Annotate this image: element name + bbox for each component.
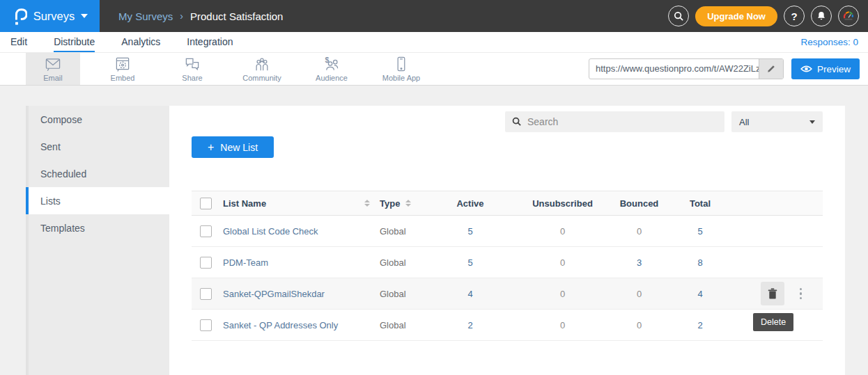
channel-share[interactable]: Share: [165, 53, 219, 85]
active-count[interactable]: 5: [421, 226, 519, 237]
table-header-row: List Name Type Active Unsubscribed Bounc…: [192, 191, 823, 216]
sidebar-item-templates[interactable]: Templates: [26, 214, 169, 241]
list-name-link[interactable]: Sanket-QPGmailShekdar: [223, 289, 325, 299]
column-header-bounced: Bounced: [606, 198, 672, 209]
row-more-menu[interactable]: [797, 285, 805, 303]
list-type: Global: [380, 289, 421, 299]
bounced-count: 0: [606, 320, 672, 330]
list-name-link[interactable]: Sanket - QP Addresses Only: [223, 320, 338, 330]
upgrade-now-button[interactable]: Upgrade Now: [695, 6, 777, 26]
dashboard-gauge-button[interactable]: [838, 6, 859, 26]
active-count[interactable]: 5: [421, 257, 519, 268]
channel-label: Audience: [316, 74, 348, 82]
pencil-icon: [766, 64, 776, 74]
list-filter-dropdown[interactable]: All: [731, 111, 823, 132]
active-count[interactable]: 4: [421, 289, 519, 299]
row-checkbox[interactable]: [200, 257, 212, 269]
surveys-product-switcher[interactable]: Surveys: [0, 0, 100, 32]
select-all-checkbox[interactable]: [200, 198, 212, 209]
list-name-link[interactable]: PDM-Team: [223, 257, 268, 268]
gauge-icon: [842, 10, 855, 22]
breadcrumb-survey-title: Product Satisfaction: [190, 10, 283, 22]
preview-button[interactable]: Preview: [791, 58, 860, 79]
column-header-total: Total: [672, 198, 728, 209]
unsubscribed-count: 0: [519, 320, 606, 330]
edit-url-button[interactable]: [759, 59, 783, 79]
responses-count[interactable]: Responses: 0: [800, 37, 858, 47]
channel-community[interactable]: Community: [235, 53, 289, 85]
main-area: Compose Sent Scheduled Lists Templates A…: [0, 86, 868, 375]
breadcrumb-my-surveys[interactable]: My Surveys: [118, 10, 173, 22]
table-row: Sanket-QPGmailShekdar Global 4 0 0 4: [192, 278, 823, 310]
survey-url-box: https://www.questionpro.com/t/AW22ZiLz6: [589, 58, 784, 79]
unsubscribed-count: 0: [519, 289, 606, 299]
row-checkbox[interactable]: [200, 319, 212, 331]
new-list-button[interactable]: + New List: [192, 136, 274, 158]
sort-type-icon[interactable]: [405, 200, 411, 207]
tab-distribute[interactable]: Distribute: [54, 32, 95, 52]
list-type: Global: [380, 226, 421, 237]
tab-integration[interactable]: Integration: [187, 32, 233, 52]
product-name: Surveys: [33, 10, 75, 23]
embed-icon: [114, 56, 132, 72]
total-count[interactable]: 8: [672, 257, 728, 268]
channel-mobile-app[interactable]: Mobile App: [374, 53, 428, 85]
distribute-channel-bar: Email Embed Share Community $: [0, 53, 868, 86]
bounced-count[interactable]: 3: [606, 257, 672, 268]
tab-edit[interactable]: Edit: [10, 32, 27, 52]
top-actions: Upgrade Now ?: [668, 6, 868, 26]
notifications-button[interactable]: [811, 6, 832, 26]
sidebar-item-scheduled[interactable]: Scheduled: [26, 160, 169, 187]
list-search-box: [505, 111, 724, 132]
lists-panel: All + New List List Name Type Active: [169, 106, 845, 375]
search-icon: [674, 11, 684, 22]
sidebar-item-compose[interactable]: Compose: [26, 106, 169, 133]
filter-selected-value: All: [739, 117, 749, 127]
channel-label: Email: [43, 74, 63, 82]
plus-icon: +: [208, 141, 214, 154]
question-mark-icon: ?: [791, 10, 797, 22]
channel-label: Mobile App: [382, 74, 420, 82]
channel-label: Community: [242, 74, 281, 82]
channel-email[interactable]: Email: [26, 53, 80, 85]
new-list-label: New List: [220, 142, 258, 153]
email-sidebar: Compose Sent Scheduled Lists Templates: [26, 106, 169, 375]
survey-url-value[interactable]: https://www.questionpro.com/t/AW22ZiLz6: [589, 59, 759, 79]
column-header-type: Type: [380, 198, 400, 209]
channel-embed[interactable]: Embed: [95, 53, 150, 85]
total-count[interactable]: 5: [672, 226, 728, 237]
tab-analytics[interactable]: Analytics: [121, 32, 160, 52]
sidebar-item-lists[interactable]: Lists: [26, 187, 169, 214]
list-type: Global: [380, 257, 421, 268]
sidebar-item-sent[interactable]: Sent: [26, 133, 169, 160]
bounced-count: 0: [606, 289, 672, 299]
row-checkbox[interactable]: [200, 225, 212, 237]
delete-tooltip: Delete: [753, 313, 793, 331]
help-button[interactable]: ?: [784, 6, 805, 26]
list-type: Global: [380, 320, 421, 330]
filter-row: All: [192, 111, 823, 132]
app-header: Surveys My Surveys › Product Satisfactio…: [0, 0, 868, 32]
email-icon: [44, 56, 62, 72]
list-name-link[interactable]: Global List Code Check: [223, 226, 318, 237]
share-icon: [183, 56, 201, 72]
search-icon: [512, 117, 522, 127]
survey-tab-bar: Edit Distribute Analytics Integration Re…: [0, 32, 868, 53]
search-input[interactable]: [527, 116, 718, 127]
sort-list-name-icon[interactable]: [364, 200, 370, 207]
total-count[interactable]: 4: [672, 289, 728, 299]
total-count[interactable]: 2: [672, 320, 728, 330]
chevron-down-icon: [809, 120, 815, 124]
active-count[interactable]: 2: [421, 320, 519, 330]
table-row: Sanket - QP Addresses Only Global 2 0 0 …: [192, 310, 823, 341]
unsubscribed-count: 0: [519, 257, 606, 268]
chevron-down-icon: [81, 14, 88, 18]
channel-audience[interactable]: $ Audience: [304, 53, 359, 85]
channel-label: Embed: [111, 74, 135, 82]
search-button[interactable]: [668, 6, 689, 26]
breadcrumb: My Surveys › Product Satisfaction: [100, 10, 283, 22]
questionpro-logo: [12, 6, 27, 26]
audience-icon: $: [323, 56, 341, 72]
row-checkbox[interactable]: [200, 288, 212, 300]
delete-list-button[interactable]: [761, 282, 784, 305]
